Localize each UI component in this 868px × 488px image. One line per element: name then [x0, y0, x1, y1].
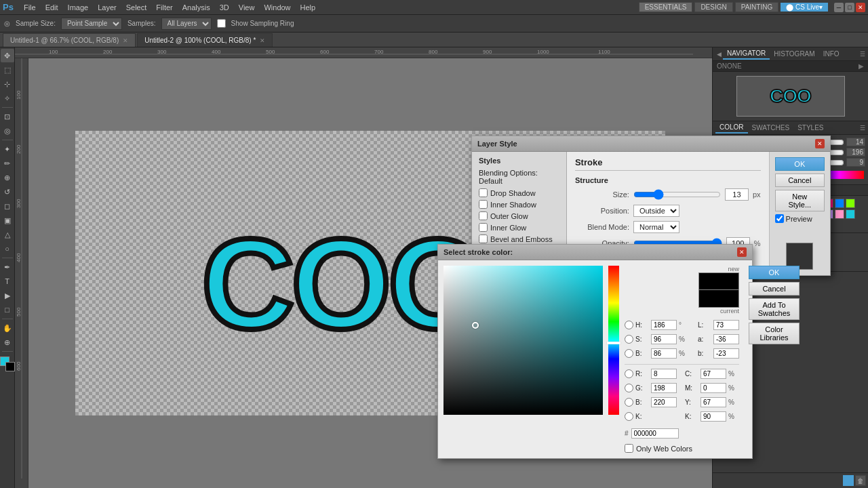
- menu-help[interactable]: Help: [296, 2, 321, 13]
- blur-tool[interactable]: △: [1, 228, 14, 241]
- menu-view[interactable]: View: [234, 2, 260, 13]
- m-input[interactable]: [701, 383, 726, 393]
- menu-window[interactable]: Window: [259, 2, 295, 13]
- show-sampling-ring-checkbox[interactable]: [217, 19, 226, 28]
- color-panel-menu[interactable]: ☰: [860, 125, 865, 131]
- blend-mode-select[interactable]: Normal Multiply Screen: [633, 221, 679, 233]
- current-color-box[interactable]: [698, 290, 739, 308]
- style-blending-options[interactable]: Blending Options: Default: [475, 167, 564, 187]
- layer-style-cancel-button[interactable]: Cancel: [775, 174, 825, 187]
- type-tool[interactable]: T: [1, 274, 14, 288]
- hue-slider[interactable]: [608, 266, 619, 415]
- style-inner-shadow[interactable]: Inner Shadow: [475, 199, 564, 210]
- path-selection-tool[interactable]: ▶: [1, 289, 14, 302]
- style-drop-shadow[interactable]: Drop Shadow: [475, 187, 564, 199]
- tab-1-close[interactable]: ✕: [260, 37, 265, 44]
- swatch[interactable]: [846, 199, 855, 208]
- k-input[interactable]: [701, 411, 726, 422]
- menu-filter[interactable]: Filter: [151, 2, 177, 13]
- window-minimize-button[interactable]: ─: [834, 3, 844, 12]
- layer-style-close-button[interactable]: ✕: [815, 139, 825, 148]
- y-input[interactable]: [701, 397, 726, 407]
- k-picker-radio[interactable]: [625, 412, 633, 421]
- menu-analysis[interactable]: Analysis: [178, 2, 215, 13]
- bevel-emboss-checkbox[interactable]: [479, 235, 488, 243]
- color-libraries-button[interactable]: Color Libraries: [749, 323, 800, 344]
- window-close-button[interactable]: ✕: [856, 3, 865, 12]
- h-radio[interactable]: [625, 321, 633, 329]
- histogram-tab[interactable]: HISTOGRAM: [770, 49, 818, 59]
- cs-live-button[interactable]: ⬤ CS Live▾: [781, 3, 828, 12]
- color-field[interactable]: [443, 266, 603, 415]
- delete-icon[interactable]: 🗑: [855, 475, 866, 486]
- g-picker-radio[interactable]: [625, 384, 633, 392]
- g-value[interactable]: 196: [846, 148, 865, 157]
- healing-tool[interactable]: ✦: [1, 142, 14, 156]
- menu-edit[interactable]: Edit: [41, 2, 63, 13]
- menu-3d[interactable]: 3D: [215, 2, 234, 13]
- history-brush[interactable]: ↺: [1, 185, 14, 199]
- menu-layer[interactable]: Layer: [93, 2, 121, 13]
- b2-input[interactable]: [713, 348, 739, 359]
- swatch[interactable]: [835, 199, 844, 208]
- nav-thumbnail[interactable]: COO: [736, 76, 845, 117]
- s-radio[interactable]: [625, 335, 633, 344]
- eyedropper-tool[interactable]: ◎: [1, 124, 14, 138]
- background-color[interactable]: [5, 362, 15, 371]
- info-tab[interactable]: INFO: [819, 49, 844, 59]
- dodge-tool[interactable]: ○: [1, 242, 14, 256]
- r-picker-input[interactable]: [651, 369, 677, 379]
- brush-tool[interactable]: ✏: [1, 157, 14, 170]
- picker-ok-button[interactable]: OK: [749, 266, 800, 279]
- r-picker-radio[interactable]: [625, 369, 633, 378]
- hand-tool[interactable]: ✋: [1, 321, 14, 335]
- navigator-tab[interactable]: NAVIGATOR: [723, 48, 770, 60]
- lasso-tool[interactable]: ⊹: [1, 77, 14, 91]
- shape-tool[interactable]: □: [1, 303, 14, 317]
- panel-menu-icon[interactable]: ☰: [860, 51, 865, 58]
- size-slider[interactable]: [633, 189, 721, 200]
- swatches-panel-tab[interactable]: SWATCHES: [748, 123, 794, 133]
- styles-tab[interactable]: STYLES: [793, 123, 827, 133]
- new-color-box[interactable]: [698, 272, 739, 290]
- preset-arrow[interactable]: ▶: [859, 62, 864, 70]
- style-bevel-emboss[interactable]: Bevel and Emboss: [475, 233, 564, 245]
- tab-0-close[interactable]: ✕: [123, 37, 128, 44]
- new-layer-icon[interactable]: [843, 475, 854, 486]
- marquee-tool[interactable]: ⬚: [1, 63, 14, 77]
- magic-wand-tool[interactable]: ✧: [1, 92, 14, 105]
- web-colors-checkbox[interactable]: [625, 444, 633, 453]
- position-select[interactable]: Outside Inside Center: [633, 205, 679, 217]
- clone-tool[interactable]: ⊕: [1, 171, 14, 184]
- preview-checkbox[interactable]: [775, 214, 784, 223]
- crop-tool[interactable]: ⊡: [1, 110, 14, 123]
- a-input[interactable]: [713, 334, 739, 344]
- size-input[interactable]: [725, 188, 749, 201]
- gradient-tool[interactable]: ▣: [1, 214, 14, 227]
- picker-close-button[interactable]: ✕: [737, 247, 747, 257]
- window-maximize-button[interactable]: □: [845, 3, 854, 12]
- b-value[interactable]: 9: [846, 158, 865, 167]
- style-outer-glow[interactable]: Outer Glow: [475, 210, 564, 222]
- s-input[interactable]: [651, 334, 677, 344]
- swatch[interactable]: [846, 209, 855, 219]
- c-input[interactable]: [701, 369, 726, 379]
- style-inner-glow[interactable]: Inner Glow: [475, 222, 564, 233]
- b-radio[interactable]: [625, 349, 633, 358]
- painting-mode-button[interactable]: PAINTING: [735, 2, 778, 12]
- move-tool[interactable]: ✥: [1, 49, 14, 62]
- pen-tool[interactable]: ✒: [1, 260, 14, 274]
- menu-image[interactable]: Image: [63, 2, 94, 13]
- essentials-mode-button[interactable]: ESSENTIALS: [639, 2, 693, 12]
- b3-picker-radio[interactable]: [625, 398, 633, 407]
- tab-0[interactable]: Untitled-1 @ 66.7% (COOL, RGB/8) ✕: [3, 33, 136, 47]
- design-mode-button[interactable]: DESIGN: [694, 2, 732, 12]
- drop-shadow-checkbox[interactable]: [479, 188, 488, 197]
- collapse-icon[interactable]: ◀: [715, 51, 723, 58]
- add-to-swatches-button[interactable]: Add To Swatches: [749, 298, 800, 320]
- zoom-tool[interactable]: ⊕: [1, 336, 14, 349]
- layer-style-ok-button[interactable]: OK: [775, 157, 825, 171]
- outer-glow-checkbox[interactable]: [479, 211, 488, 220]
- l-input[interactable]: [713, 320, 739, 330]
- b-input[interactable]: [651, 348, 677, 359]
